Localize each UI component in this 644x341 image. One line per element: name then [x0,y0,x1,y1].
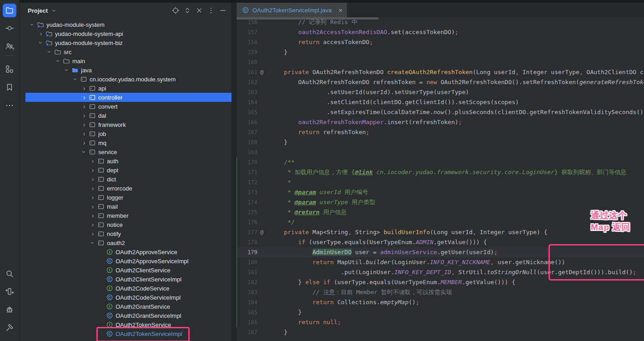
tree-item[interactable]: COAuth2CodeServiceImpl [20,293,231,302]
chevron-icon[interactable]: › [90,203,96,210]
code-line[interactable]: 176 */ [236,217,644,227]
chevron-icon[interactable]: › [90,231,96,237]
chevron-icon[interactable]: › [81,85,87,91]
tree-item[interactable]: ›auth [20,156,231,165]
tree-item[interactable]: ›service [20,147,231,156]
chevron-icon[interactable]: › [90,221,96,228]
tree-item[interactable]: ›dict [20,175,231,184]
chevron-icon[interactable]: › [90,212,96,219]
code-line[interactable]: 159 } [236,47,644,57]
tree-item[interactable]: COAuth2TokenServiceImpl [20,329,231,338]
code-line[interactable]: 187 } [236,327,644,337]
chevron-icon[interactable]: › [64,67,70,73]
code-line[interactable]: 184 return Collections.emptyMap(); [236,297,644,307]
tree-item[interactable]: ›main [20,56,231,65]
code-line[interactable]: 175 * @return 用户信息 [236,207,644,217]
select-opened-file-icon[interactable] [171,6,180,15]
code-line[interactable]: 185 } [236,307,644,317]
tree-item[interactable]: ›notify [20,229,231,238]
code-line[interactable]: 160 [236,57,644,67]
code-line[interactable]: 165 .setExpiresTime(LocalDateTime.now().… [236,107,644,117]
code-line[interactable]: 157 oauth2AccessTokenRedisDAO.set(access… [236,27,644,37]
chevron-icon[interactable]: › [81,149,87,155]
build-icon[interactable] [3,321,16,335]
tree-item[interactable]: COAuth2ClientServiceImpl [20,275,231,284]
tree-item[interactable]: IOAuth2ClientService [20,266,231,275]
tree-item[interactable]: ›src [20,47,231,56]
chevron-icon[interactable]: › [38,30,44,37]
tree-item[interactable]: ›errorcode [20,184,231,193]
editor-tab[interactable]: C OAuth2TokenServiceImpl.java × [236,3,347,17]
chevron-icon[interactable]: › [81,140,87,146]
project-folder-icon[interactable] [3,4,16,17]
chevron-down-icon[interactable] [50,7,57,14]
code-line[interactable]: 182 } else if (userType.equals(UserTypeE… [236,277,644,287]
chevron-icon[interactable]: › [29,21,35,28]
code-line[interactable]: 186 return null; [236,317,644,327]
tree-item[interactable]: ›oauth2 [20,238,231,247]
tree-item[interactable]: IOAuth2TokenService [20,320,231,329]
panel-splitter[interactable] [231,3,236,341]
tree-item[interactable]: ›yudao-module-system-api [20,29,231,38]
debug-icon[interactable] [3,303,16,316]
chevron-icon[interactable]: › [90,167,96,173]
run-icon[interactable] [3,285,16,298]
code-line[interactable]: 171 * 加载用户信息，方便 {@link cn.iocoder.yudao.… [236,167,644,177]
code-line[interactable]: 168 } [236,137,644,147]
horizontal-scrollbar-thumb[interactable] [236,17,378,20]
chevron-icon[interactable]: › [90,176,96,182]
collapse-all-icon[interactable] [195,6,203,15]
code-line[interactable]: 180 return MapUtil.builder(LoginUser.INF… [236,257,644,267]
code-line[interactable]: 181 .put(LoginUser.INFO_KEY_DEPT_ID, Str… [236,267,644,277]
chevron-icon[interactable]: › [90,158,96,164]
tree-item[interactable]: ›convert [20,102,231,111]
chevron-icon[interactable]: › [81,130,87,137]
chevron-icon[interactable]: › [90,185,96,191]
tree-item[interactable]: ›job [20,129,231,138]
tree-item[interactable]: ›logger [20,193,231,202]
chevron-icon[interactable]: › [81,94,87,100]
code-line[interactable]: 161@ private OAuth2RefreshTokenDO create… [236,67,644,77]
hide-icon[interactable] [219,6,227,15]
code-line[interactable]: 170 /** [236,157,644,167]
tree-item[interactable]: ›api [20,84,231,93]
code-line[interactable]: 173 * @param userId 用户编号 [236,187,644,197]
chevron-icon[interactable]: › [90,194,96,201]
tree-item[interactable]: IOAuth2GrantService [20,302,231,311]
more-icon[interactable] [3,99,16,112]
tree-item[interactable]: IOAuth2ApproveService [20,247,231,256]
code-line[interactable]: 169 [236,147,644,157]
tree-item[interactable]: › [20,338,231,341]
options-icon[interactable] [207,6,215,15]
bookmarks-icon[interactable] [3,80,16,94]
chevron-icon[interactable]: › [81,112,87,119]
tree-item[interactable]: ›cn.iocoder.yudao.module.system [20,75,231,84]
chevron-icon[interactable]: › [81,121,87,128]
tree-item[interactable]: ›java [20,65,231,75]
tree-item[interactable]: ›dept [20,165,231,175]
code-line[interactable]: 158 return accessTokenDO; [236,37,644,47]
tree-item[interactable]: ›yudao-module-system-biz [20,38,231,47]
chevron-icon[interactable]: › [72,76,79,82]
pull-requests-icon[interactable]: ? [3,40,16,53]
code-line[interactable]: 167 return refreshToken; [236,127,644,137]
code-line[interactable]: 172 * [236,177,644,187]
panel-title[interactable]: Project [28,7,48,14]
code-line[interactable]: 183 // 注意：目前 Member 暂时不读取，可以按需实现 [236,287,644,297]
tree-item[interactable]: ›notice [20,220,231,229]
chevron-icon[interactable]: › [46,49,53,55]
code-line[interactable]: 166 oauth2RefreshTokenMapper.insert(refr… [236,117,644,127]
code-line[interactable]: 164 .setClientId(clientDO.getClientId())… [236,97,644,107]
expand-all-icon[interactable] [183,6,191,15]
tree-item[interactable]: ›yudao-module-system [20,20,231,29]
code-line[interactable]: 177@ private Map<String, String> buildUs… [236,227,644,237]
code-line[interactable]: 163 .setUserId(userId).setUserType(userT… [236,87,644,97]
commit-icon[interactable] [3,21,16,35]
tree-item[interactable]: ›dal [20,111,231,120]
chevron-icon[interactable]: › [55,58,61,64]
tree-item[interactable]: IOAuth2CodeService [20,284,231,293]
code-line[interactable]: 174 * @param userType 用户类型 [236,197,644,207]
search-icon[interactable] [3,267,16,281]
code-area[interactable]: 156 // 记录到 Redis 中157 oauth2AccessTokenR… [236,17,644,341]
structure-icon[interactable] [3,62,16,76]
